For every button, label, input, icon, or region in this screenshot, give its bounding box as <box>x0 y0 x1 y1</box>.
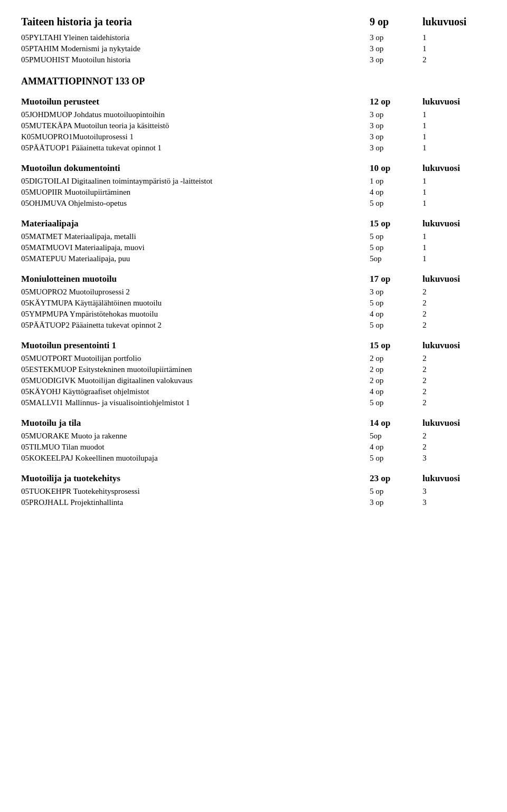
course-row: 05PROJHALL Projektinhallinta3 op3 <box>21 497 486 508</box>
course-op: 5op <box>370 254 422 263</box>
course-name: 05KÄYOHJ Käyttögraafiset ohjelmistot <box>21 387 370 396</box>
course-lv: 2 <box>422 321 486 330</box>
course-op: 5op <box>370 432 422 441</box>
subsection-title: Muotoilun dokumentointi <box>21 163 370 174</box>
subsection-op: 15 op <box>370 340 422 351</box>
subsections-container: Muotoilun perusteet12 oplukuvuosi05JOHDM… <box>21 97 486 508</box>
course-row: K05MUOPRO1Muotoiluprosessi 13 op1 <box>21 131 486 142</box>
course-name: 05KÄYTMUPA Käyttäjälähtöinen muotoilu <box>21 299 370 308</box>
course-name: 05MATMET Materiaalipaja, metalli <box>21 232 370 241</box>
course-lv: 1 <box>422 232 486 241</box>
course-row: 05KÄYTMUPA Käyttäjälähtöinen muotoilu5 o… <box>21 298 486 309</box>
course-lv: 2 <box>422 288 486 297</box>
subsection-op: 10 op <box>370 163 422 174</box>
course-op: 1 op <box>370 177 422 186</box>
course-op: 2 op <box>370 354 422 363</box>
course-op: 3 op <box>370 121 422 130</box>
course-op: 5 op <box>370 232 422 241</box>
course-name: 05YMPMUPA Ympäristötehokas muotoilu <box>21 310 370 319</box>
course-name: 05JOHDMUOP Johdatus muotoiluopintoihin <box>21 110 370 119</box>
course-row: 05PYLTAHI Yleinen taidehistoria 3 op 1 <box>21 32 486 43</box>
top-section: Taiteen historia ja teoria 9 op lukuvuos… <box>21 16 486 65</box>
course-name: 05MUOPIIR Muotoilupiirtäminen <box>21 188 370 197</box>
subsection-header: Muotoilun dokumentointi10 oplukuvuosi <box>21 163 486 174</box>
course-row: 05MUORAKE Muoto ja rakenne5op2 <box>21 431 486 442</box>
subsection-title: Materiaalipaja <box>21 218 370 229</box>
course-name: 05PROJHALL Projektinhallinta <box>21 498 370 507</box>
course-row: 05PÄÄTUOP2 Pääainetta tukevat opinnot 25… <box>21 320 486 331</box>
course-row: 05MUODIGIVK Muotoilijan digitaalinen val… <box>21 375 486 386</box>
course-lv: 1 <box>422 110 486 119</box>
subsection-op: 17 op <box>370 274 422 284</box>
course-op: 3 op <box>370 288 422 297</box>
course-lv: 1 <box>422 33 486 42</box>
subsection-lv: lukuvuosi <box>422 218 486 229</box>
course-name: 05MUTEKÄPA Muotoilun teoria ja käsitteis… <box>21 121 370 130</box>
course-row: 05DIGTOILAI Digitaalinen toimintaympäris… <box>21 176 486 187</box>
course-name: 05PÄÄTUOP2 Pääainetta tukevat opinnot 2 <box>21 321 370 330</box>
course-op: 5 op <box>370 321 422 330</box>
subsection-lv: lukuvuosi <box>422 97 486 107</box>
course-name: 05TUOKEHPR Tuotekehitysprosessi <box>21 487 370 496</box>
subsection-header: Muotoilija ja tuotekehitys23 oplukuvuosi <box>21 473 486 484</box>
course-op: 5 op <box>370 299 422 308</box>
course-name: 05MUOPRO2 Muotoiluprosessi 2 <box>21 288 370 297</box>
course-row: 05MATMET Materiaalipaja, metalli5 op1 <box>21 231 486 242</box>
course-row: 05JOHDMUOP Johdatus muotoiluopintoihin3 … <box>21 109 486 120</box>
course-op: 5 op <box>370 199 422 208</box>
subsection: Muotoilun dokumentointi10 oplukuvuosi05D… <box>21 163 486 209</box>
course-op: 4 op <box>370 387 422 396</box>
course-op: 5 op <box>370 454 422 463</box>
course-row: 05KOKEELPAJ Kokeellinen muotoilupaja5 op… <box>21 453 486 464</box>
course-lv: 3 <box>422 487 486 496</box>
course-row: 05MATEPUU Materiaalipaja, puu5op1 <box>21 253 486 264</box>
course-lv: 1 <box>422 121 486 130</box>
course-lv: 1 <box>422 188 486 197</box>
subsection: Muotoilun presentointi 115 oplukuvuosi05… <box>21 340 486 408</box>
course-row: 05MUTEKÄPA Muotoilun teoria ja käsitteis… <box>21 120 486 131</box>
subsection: Muotoilu ja tila14 oplukuvuosi05MUORAKE … <box>21 418 486 464</box>
subsection-op: 23 op <box>370 473 422 484</box>
course-row: 05MATMUOVI Materiaalipaja, muovi5 op1 <box>21 242 486 253</box>
course-name: 05MUOTPORT Muotoilijan portfolio <box>21 354 370 363</box>
course-lv: 2 <box>422 299 486 308</box>
top-section-lv: lukuvuosi <box>422 16 486 28</box>
course-lv: 1 <box>422 254 486 263</box>
course-op: 4 op <box>370 188 422 197</box>
course-lv: 1 <box>422 144 486 152</box>
course-name: 05MALLVI1 Mallinnus- ja visualisointiohj… <box>21 398 370 407</box>
ammattiopinnot-header: AMMATTIOPINNOT 133 OP <box>21 76 486 87</box>
course-row: 05KÄYOHJ Käyttögraafiset ohjelmistot4 op… <box>21 386 486 397</box>
course-lv: 2 <box>422 398 486 407</box>
course-name: 05PTAHIM Modernismi ja nykytaide <box>21 44 370 53</box>
course-lv: 2 <box>422 387 486 396</box>
course-row: 05MUOPRO2 Muotoiluprosessi 23 op2 <box>21 286 486 298</box>
course-op: 4 op <box>370 443 422 452</box>
subsection-lv: lukuvuosi <box>422 473 486 484</box>
subsection-lv: lukuvuosi <box>422 340 486 351</box>
course-op: 5 op <box>370 243 422 252</box>
course-lv: 1 <box>422 132 486 141</box>
course-lv: 1 <box>422 199 486 208</box>
course-op: 4 op <box>370 310 422 319</box>
course-row: 05TUOKEHPR Tuotekehitysprosessi5 op3 <box>21 486 486 497</box>
subsection-lv: lukuvuosi <box>422 418 486 428</box>
course-op: 3 op <box>370 33 422 42</box>
subsection-op: 14 op <box>370 418 422 428</box>
subsection-header: Moniulotteinen muotoilu17 oplukuvuosi <box>21 274 486 284</box>
course-row: 05PTAHIM Modernismi ja nykytaide 3 op 1 <box>21 43 486 54</box>
subsection-header: Muotoilu ja tila14 oplukuvuosi <box>21 418 486 428</box>
course-lv: 1 <box>422 243 486 252</box>
course-name: 05PMUOHIST Muotoilun historia <box>21 55 370 64</box>
course-op: 3 op <box>370 55 422 64</box>
course-row: 05YMPMUPA Ympäristötehokas muotoilu4 op2 <box>21 309 486 320</box>
subsection-header: Materiaalipaja15 oplukuvuosi <box>21 218 486 229</box>
course-lv: 1 <box>422 44 486 53</box>
course-op: 3 op <box>370 132 422 141</box>
course-lv: 2 <box>422 55 486 64</box>
course-name: 05KOKEELPAJ Kokeellinen muotoilupaja <box>21 454 370 463</box>
course-name: 05TILMUO Tilan muodot <box>21 443 370 452</box>
course-lv: 3 <box>422 454 486 463</box>
course-lv: 2 <box>422 432 486 441</box>
top-section-op: 9 op <box>370 16 422 28</box>
